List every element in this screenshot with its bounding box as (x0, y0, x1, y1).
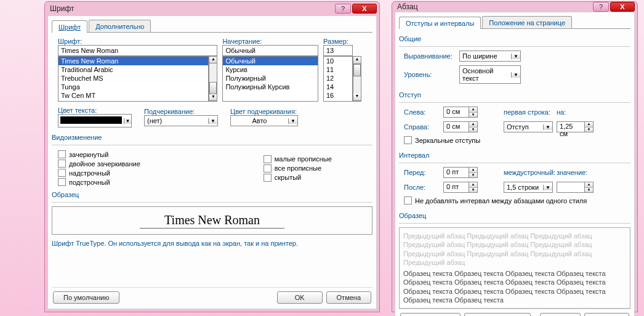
general-group-label: Общие (399, 35, 630, 43)
left-spinner[interactable]: 0 см▲▼ (443, 107, 478, 118)
before-label: Перед: (404, 169, 440, 176)
cancel-button[interactable]: Отмена (584, 313, 629, 316)
font-list-item[interactable]: Tw Cen MT (58, 91, 208, 100)
font-list-item[interactable]: Times New Roman (58, 57, 208, 65)
after-spinner[interactable]: 0 пт▲▼ (443, 182, 478, 193)
style-listbox[interactable]: Обычный Курсив Полужирный Полужирный Кур… (222, 56, 318, 102)
tabs-para: Отступы и интервалы Положение на страниц… (399, 16, 630, 29)
right-spinner[interactable]: 0 см▲▼ (443, 121, 478, 132)
interval-group-label: Интервал (399, 152, 630, 159)
ok-button[interactable]: OK (540, 313, 581, 316)
tab-indents[interactable]: Отступы и интервалы (399, 17, 481, 29)
nospace-checkbox[interactable]: Не добавлять интервал между абзацами одн… (404, 196, 626, 205)
underline-dropdown[interactable]: (нет) ▼ (144, 115, 218, 126)
chevron-down-icon[interactable]: ▼ (511, 54, 520, 59)
scroll-thumb[interactable] (209, 82, 217, 94)
close-icon[interactable]: X (352, 4, 377, 14)
font-list-item[interactable]: Traditional Arabic (58, 65, 208, 74)
size-list-item[interactable]: 11 (324, 65, 352, 74)
dialog-title: Шрифт (50, 4, 334, 13)
indent-group-label: Отступ (399, 91, 630, 99)
size-listbox[interactable]: 10 11 12 14 16 (323, 56, 353, 102)
spin-up-icon[interactable]: ▲ (585, 182, 593, 188)
level-dropdown[interactable]: Основной текст▼ (459, 65, 521, 84)
size-input[interactable] (323, 45, 353, 56)
spin-down-icon[interactable]: ▼ (469, 188, 477, 193)
chevron-down-icon[interactable]: ▼ (288, 118, 297, 124)
cancel-button[interactable]: Отмена (326, 291, 371, 304)
font-list-item[interactable]: Trebuchet MS (58, 74, 208, 83)
spin-down-icon[interactable]: ▼ (469, 173, 477, 178)
close-icon[interactable]: X (610, 2, 635, 12)
scroll-down-icon[interactable]: ▼ (209, 94, 217, 101)
first-line-dropdown[interactable]: Отступ▼ (504, 121, 553, 132)
default-button[interactable]: По умолчанию (53, 291, 119, 304)
strike-checkbox[interactable]: зачеркнутый (58, 150, 140, 158)
size-list-item[interactable]: 10 (324, 57, 352, 65)
sample-box: Times New Roman (52, 206, 372, 235)
font-list-item[interactable]: Tunga (58, 83, 208, 91)
tabs-font: Шрифт Дополнительно (52, 20, 372, 33)
spin-up-icon[interactable]: ▲ (469, 122, 477, 128)
size-list-scrollbar[interactable]: ▲ ▼ (353, 56, 361, 102)
tab-font[interactable]: Шрифт (52, 20, 87, 33)
style-list-item[interactable]: Курсив (223, 65, 318, 74)
align-dropdown[interactable]: По ширине▼ (459, 51, 521, 62)
titlebar-para[interactable]: Абзац ? X (392, 2, 637, 12)
style-list-item[interactable]: Обычный (223, 57, 318, 65)
scroll-down-icon[interactable]: ▼ (353, 94, 361, 101)
spin-up-icon[interactable]: ▲ (469, 168, 477, 173)
size-list-item[interactable]: 16 (324, 91, 352, 100)
tab-advanced[interactable]: Дополнительно (89, 20, 151, 32)
font-listbox[interactable]: Times New Roman Traditional Arabic Trebu… (58, 56, 209, 102)
smallcaps-checkbox[interactable]: малые прописные (264, 155, 332, 163)
super-checkbox[interactable]: надстрочный (58, 169, 140, 177)
chevron-down-icon[interactable]: ▼ (208, 118, 217, 124)
spin-up-icon[interactable]: ▲ (469, 182, 477, 188)
text-color-dropdown[interactable]: ▼ (58, 114, 132, 128)
tabs-button[interactable]: Табуляция... (400, 313, 461, 316)
spin-down-icon[interactable]: ▼ (469, 113, 477, 118)
tab-page-pos[interactable]: Положение на странице (482, 16, 572, 28)
sub-checkbox[interactable]: подстрочный (58, 178, 140, 186)
dstrike-checkbox[interactable]: двойное зачеркивание (58, 160, 140, 168)
size-list-item[interactable]: 12 (324, 74, 352, 83)
before-spinner[interactable]: 0 пт▲▼ (443, 167, 478, 178)
style-list-item[interactable]: Полужирный (223, 74, 318, 83)
scroll-up-icon[interactable]: ▲ (209, 57, 217, 63)
scroll-thumb[interactable] (353, 64, 361, 76)
hidden-checkbox[interactable]: скрытый (264, 174, 332, 182)
spin-down-icon[interactable]: ▼ (469, 128, 477, 132)
mirror-checkbox[interactable]: Зеркальные отступы (404, 136, 626, 144)
spin-up-icon[interactable]: ▲ (469, 107, 477, 113)
first-on-spinner[interactable]: 1,25 см▲▼ (557, 121, 594, 132)
paragraph-dialog: Абзац ? X Отступы и интервалы Положение … (392, 1, 638, 312)
help-icon[interactable]: ? (335, 4, 351, 14)
spin-down-icon[interactable]: ▼ (585, 128, 593, 132)
default-button[interactable]: По умолчанию (464, 313, 531, 316)
chevron-down-icon[interactable]: ▼ (543, 185, 552, 190)
sample-prev-text: Предыдущий абзац Предыдущий абзац Предыд… (403, 232, 626, 267)
value-label: значение: (557, 169, 587, 176)
font-list-scrollbar[interactable]: ▲ ▼ (209, 56, 217, 102)
on-label: на: (557, 108, 570, 116)
help-icon[interactable]: ? (593, 2, 609, 12)
titlebar-font[interactable]: Шрифт ? X (45, 2, 379, 15)
chevron-down-icon[interactable]: ▼ (124, 118, 131, 124)
style-list-item[interactable]: Полужирный Курсив (223, 83, 318, 91)
allcaps-checkbox[interactable]: все прописные (264, 164, 332, 172)
size-list-item[interactable]: 14 (324, 83, 352, 91)
linespacing-dropdown[interactable]: 1,5 строки▼ (504, 182, 553, 193)
font-name-input[interactable] (58, 45, 217, 56)
spin-down-icon[interactable]: ▼ (585, 188, 593, 193)
first-line-label: первая строка: (504, 108, 553, 116)
underline-color-dropdown[interactable]: Авто ▼ (230, 115, 298, 126)
style-input[interactable] (222, 45, 318, 56)
scroll-up-icon[interactable]: ▲ (353, 57, 361, 64)
value-spinner[interactable]: ▲▼ (557, 182, 594, 193)
ok-button[interactable]: OK (277, 291, 323, 304)
chevron-down-icon[interactable]: ▼ (511, 72, 520, 78)
sample-group-label: Образец (399, 212, 630, 219)
chevron-down-icon[interactable]: ▼ (543, 124, 552, 130)
spin-up-icon[interactable]: ▲ (585, 122, 593, 128)
